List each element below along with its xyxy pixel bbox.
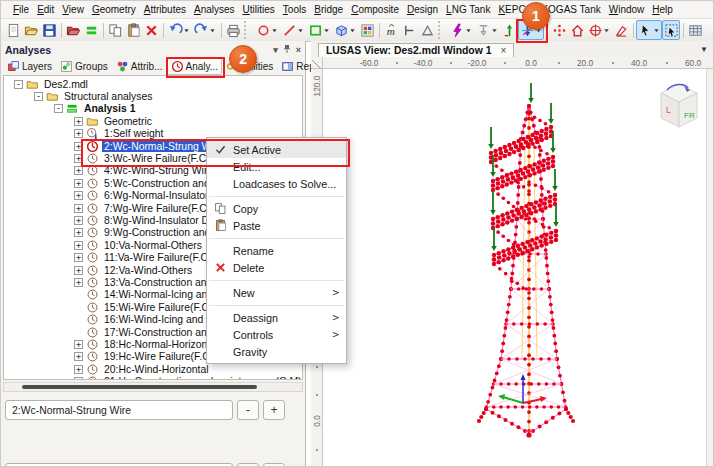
toolbar-button-mesh-icon[interactable]: m (382, 20, 400, 40)
toolbar-button-eraser-icon[interactable] (612, 20, 630, 40)
context-menu-item-edit-[interactable]: Edit... (207, 158, 346, 175)
tree-expander-icon[interactable]: + (74, 216, 83, 225)
toolbar-button-new-document-icon[interactable] (4, 20, 22, 40)
model-canvas[interactable]: LFR (323, 69, 706, 466)
tree-expander-icon[interactable]: + (74, 117, 83, 126)
menu-item-window[interactable]: Window (605, 3, 649, 16)
toolbar-button-line-icon[interactable] (280, 20, 306, 40)
toolbar-button-points-cross-icon[interactable] (550, 20, 568, 40)
secondary-loadcase-field[interactable] (5, 463, 233, 467)
tree-expander-icon[interactable]: + (74, 377, 83, 380)
tree-expander-icon[interactable]: + (74, 204, 83, 213)
menu-item-design[interactable]: Design (403, 3, 442, 16)
tab-list-dropdown-icon[interactable]: ▼ (700, 45, 708, 54)
menu-item-view[interactable]: View (58, 3, 88, 16)
tree-row[interactable]: -Des2.mdl (4, 78, 302, 90)
tree-expander-icon[interactable]: + (74, 142, 83, 151)
toolbar-button-support-icon[interactable] (400, 20, 418, 40)
tree-row[interactable]: +Geometric (4, 115, 302, 127)
toolbar-button-box-select-icon[interactable] (662, 20, 680, 40)
menu-item-utilities[interactable]: Utilities (239, 3, 279, 16)
toolbar-button-copy-icon[interactable] (106, 20, 124, 40)
context-menu-item-rename[interactable]: Rename (207, 242, 346, 259)
context-menu-item-copy[interactable]: Copy (207, 200, 346, 217)
toolbar-button-target-icon[interactable] (586, 20, 612, 40)
panel-tab-layers[interactable]: Layers (3, 58, 56, 75)
tree-row[interactable]: -Structural analyses (4, 90, 302, 102)
toolbar-button-lightning-icon[interactable] (448, 20, 474, 40)
toolbar-button-volume-icon[interactable] (332, 20, 358, 40)
tree-row[interactable]: -Analysis 1 (4, 103, 302, 115)
toolbar-button-save-icon[interactable] (40, 20, 58, 40)
loadcase-increment-button[interactable]: + (263, 400, 285, 420)
tree-expander-icon[interactable]: - (14, 80, 23, 89)
panel-tab-analy[interactable]: Analy... (167, 58, 223, 75)
menu-item-bridge[interactable]: Bridge (310, 3, 347, 16)
context-menu-item-set-active[interactable]: Set Active (207, 141, 346, 158)
tree-expander-icon[interactable]: + (74, 191, 83, 200)
tree-expander-icon[interactable]: + (74, 266, 83, 275)
panel-pin-icon[interactable] (283, 44, 291, 56)
tree-expander-icon[interactable]: + (74, 179, 83, 188)
toolbar-button-assign-icon[interactable] (418, 20, 436, 40)
close-tab-icon[interactable]: × (500, 45, 506, 56)
toolbar-button-load-arrow-green-icon[interactable] (500, 20, 518, 40)
menu-item-edit[interactable]: Edit (33, 3, 58, 16)
context-menu-item-paste[interactable]: Paste (207, 217, 346, 234)
context-menu-item-new[interactable]: New> (207, 284, 346, 301)
context-menu-item-gravity[interactable]: Gravity (207, 343, 346, 360)
menu-item-attributes[interactable]: Attributes (140, 3, 190, 16)
context-menu-item-delete[interactable]: Delete (207, 259, 346, 276)
tree-expander-icon[interactable]: + (74, 166, 83, 175)
toolbar-button-print-icon[interactable] (224, 20, 242, 40)
toolbar-button-undo-icon[interactable] (166, 20, 192, 40)
menu-item-geometry[interactable]: Geometry (88, 3, 140, 16)
tree-expander-icon[interactable]: + (74, 340, 83, 349)
tree-expander-icon[interactable]: - (54, 104, 63, 113)
toolbar-button-model-folder-icon[interactable] (64, 20, 82, 40)
tree-expander-icon[interactable]: + (74, 154, 83, 163)
panel-close-icon[interactable]: × (296, 45, 301, 55)
view-vertical-scrollbar[interactable] (706, 69, 713, 466)
menu-item-composite[interactable]: Composite (347, 3, 403, 16)
menu-item-lng-tank[interactable]: LNG Tank (442, 3, 494, 16)
tree-expander-icon[interactable]: + (74, 365, 83, 374)
tree-expander-icon[interactable]: + (74, 241, 83, 250)
loadcase-decrement-button[interactable]: - (237, 400, 259, 420)
tree-row[interactable]: +21:Hc-Construction and maintenance(C.M)… (4, 375, 302, 380)
toolbar-button-surface-icon[interactable] (306, 20, 332, 40)
tree-expander-icon[interactable]: + (74, 278, 83, 287)
toolbar-button-equals-icon[interactable] (82, 20, 100, 40)
tree-expander-icon[interactable]: + (74, 352, 83, 361)
panel-dropdown-icon[interactable]: ▾ (273, 45, 278, 55)
context-menu-item-controls[interactable]: Controls> (207, 326, 346, 343)
context-menu-item-deassign[interactable]: Deassign> (207, 309, 346, 326)
active-loadcase-field[interactable] (5, 400, 233, 420)
toolbar-button-grid-icon[interactable] (686, 20, 704, 40)
menu-item-analyses[interactable]: Analyses (190, 3, 239, 16)
secondary-increment-button[interactable] (263, 463, 285, 467)
menu-item-tools[interactable]: Tools (279, 3, 310, 16)
scrollbar-thumb[interactable] (22, 385, 257, 389)
tree-expander-icon[interactable]: + (74, 253, 83, 262)
menu-item-help[interactable]: Help (648, 3, 677, 16)
panel-tab-groups[interactable]: Groups (56, 58, 112, 75)
tree-expander-icon[interactable]: + (74, 129, 83, 138)
secondary-decrement-button[interactable] (237, 463, 259, 467)
toolbar-button-home-icon[interactable] (568, 20, 586, 40)
toolbar-button-delete-icon[interactable] (142, 20, 160, 40)
panel-tab-attrib[interactable]: Attrib... (112, 58, 167, 75)
tree-expander-icon[interactable]: - (34, 92, 43, 101)
view-tab[interactable]: LUSAS View: Des2.mdl Window 1 × (318, 43, 514, 57)
toolbar-button-open-folder-icon[interactable] (22, 20, 40, 40)
toolbar-button-attributes-palette-icon[interactable] (358, 20, 376, 40)
toolbar-button-paste-icon[interactable] (124, 20, 142, 40)
tree-horizontal-scrollbar[interactable] (3, 382, 303, 392)
toolbar-button-point-icon[interactable] (254, 20, 280, 40)
toolbar-button-redo-icon[interactable] (192, 20, 218, 40)
toolbar-button-cursor-icon[interactable] (636, 20, 662, 40)
tree-expander-icon[interactable]: + (74, 228, 83, 237)
toolbar-button-insulator-icon[interactable] (474, 20, 500, 40)
context-menu-item-loadcases-to-solve-[interactable]: Loadcases to Solve... (207, 175, 346, 192)
tree-row[interactable]: +20:Hc-Wind-Horizontal (4, 363, 302, 375)
